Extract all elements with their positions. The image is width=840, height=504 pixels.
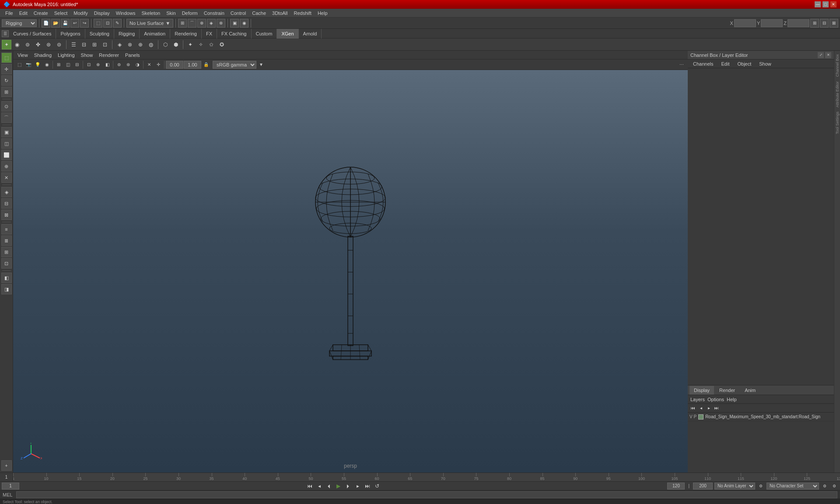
display-side-2[interactable]: ◫ xyxy=(1,138,12,149)
rigging-preset-select[interactable]: Rigging xyxy=(2,19,37,27)
display-side-3[interactable]: ⬜ xyxy=(1,150,12,160)
vp-hud-btn[interactable]: ◧ xyxy=(103,60,112,69)
go-to-end-button[interactable]: ⏭ xyxy=(364,482,371,490)
render-side-2[interactable]: ⊟ xyxy=(1,198,12,209)
character-set-select[interactable]: No Character Set xyxy=(766,483,819,490)
menu-3dtoall[interactable]: 3DtoAll xyxy=(270,10,290,17)
maximize-button[interactable]: □ xyxy=(822,1,829,7)
redo-button[interactable]: ↪ xyxy=(80,19,89,28)
scale-tool-side[interactable]: ⊞ xyxy=(1,87,12,97)
menu-cache[interactable]: Cache xyxy=(249,10,269,17)
render-side-3[interactable]: ⊠ xyxy=(1,210,12,220)
vp-axis-btn[interactable]: ⊕ xyxy=(94,60,102,69)
module-tab-rigging[interactable]: Rigging xyxy=(114,29,140,38)
viewport-3d[interactable]: X Y Z persp xyxy=(13,70,688,472)
render-button[interactable]: ◉ xyxy=(240,19,248,28)
module-tab-xgen[interactable]: XGen xyxy=(277,29,298,38)
move-tool-side[interactable]: ✛ xyxy=(1,64,12,74)
y-field[interactable] xyxy=(761,19,783,27)
vp-snap-edge-btn[interactable]: ✛ xyxy=(154,60,163,69)
layer-nav-end-btn[interactable]: ⏭ xyxy=(713,405,720,412)
vp-shadow-btn[interactable]: ◑ xyxy=(133,60,142,69)
next-frame-button[interactable]: ⏵ xyxy=(344,482,352,490)
menu-windows[interactable]: Windows xyxy=(113,10,138,17)
snap-surface-button[interactable]: ◈ xyxy=(207,19,216,28)
lasso-side[interactable]: ⌒ xyxy=(1,112,12,123)
xgen-icon-17[interactable]: ✦ xyxy=(186,40,195,49)
xgen-icon-4[interactable]: ✤ xyxy=(33,40,43,49)
undo-button[interactable]: ↩ xyxy=(70,19,79,28)
display-side-4[interactable]: ⊕ xyxy=(1,161,12,172)
xgen-icon-5[interactable]: ⊛ xyxy=(44,40,53,49)
xgen-icon-6[interactable]: ⊜ xyxy=(54,40,64,49)
open-scene-button[interactable]: 📂 xyxy=(51,19,60,28)
paint-tool-button[interactable]: ✎ xyxy=(113,19,122,28)
minimize-button[interactable]: — xyxy=(815,1,821,7)
menu-redshift[interactable]: Redshift xyxy=(291,10,314,17)
xgen-icon-select[interactable]: ✦ xyxy=(2,40,11,49)
bottom-opt-options[interactable]: Options xyxy=(707,397,724,402)
vp-menu-panels[interactable]: Panels xyxy=(122,52,143,58)
module-tab-fxcaching[interactable]: FX Caching xyxy=(217,29,251,38)
vp-more-btn[interactable]: ⋯ xyxy=(677,60,686,69)
layer-row-1[interactable]: V P Road_Sign_Maximum_Speed_30_mb_standa… xyxy=(688,413,834,421)
new-scene-button[interactable]: 📄 xyxy=(42,19,50,28)
vp-snap-grid-btn[interactable]: ✕ xyxy=(145,60,154,69)
bottom-side-btn[interactable]: + xyxy=(1,460,12,471)
timeline-ruler[interactable]: 5101520253035404550556065707580859095100… xyxy=(13,473,840,481)
layer-side-4[interactable]: ⊡ xyxy=(1,258,12,269)
layer-nav-next-btn[interactable]: ▸ xyxy=(705,405,712,412)
anim-layer-settings-btn[interactable]: ⚙ xyxy=(757,482,765,490)
channel-tab-object[interactable]: Object xyxy=(734,61,755,67)
menu-skin[interactable]: Skin xyxy=(164,10,178,17)
xgen-icon-13[interactable]: ⊕ xyxy=(136,40,145,49)
menu-help[interactable]: Help xyxy=(315,10,330,17)
vp-menu-lighting[interactable]: Lighting xyxy=(55,52,77,58)
menu-display[interactable]: Display xyxy=(91,10,112,17)
channel-tab-channels[interactable]: Channels xyxy=(690,61,717,67)
attr-strip-channel-box[interactable]: Channel Box xyxy=(835,52,840,79)
attr-strip-attribute-editor[interactable]: Attribute Editor xyxy=(835,80,840,109)
next-key-button[interactable]: ▸ xyxy=(354,482,362,490)
vp-val2-field[interactable] xyxy=(184,61,201,69)
select-tool-button[interactable]: ⬚ xyxy=(94,19,102,28)
x-field[interactable] xyxy=(734,19,756,27)
gamma-select[interactable]: sRGB gamma xyxy=(213,61,256,69)
menu-skeleton[interactable]: Skeleton xyxy=(139,10,163,17)
xgen-icon-18[interactable]: ✧ xyxy=(196,40,206,49)
close-button[interactable]: ✕ xyxy=(830,1,836,7)
attr-strip-tool-settings[interactable]: Tool Settings xyxy=(835,110,840,136)
layer-nav-back-btn[interactable]: ⏮ xyxy=(690,405,696,412)
layout-button-2[interactable]: ⊟ xyxy=(820,19,829,28)
vp-wireframe-btn[interactable]: ⊞ xyxy=(54,60,63,69)
xgen-icon-11[interactable]: ◈ xyxy=(115,40,124,49)
vp-grid-btn[interactable]: ⊡ xyxy=(84,60,93,69)
layout-button-1[interactable]: ⊞ xyxy=(810,19,819,28)
go-to-start-button[interactable]: ⏮ xyxy=(306,482,314,490)
vp-menu-view[interactable]: View xyxy=(15,52,31,58)
xgen-icon-19[interactable]: ✩ xyxy=(206,40,216,49)
vp-lock-btn[interactable]: 🔒 xyxy=(202,60,210,69)
module-tab-sculpting[interactable]: Sculpting xyxy=(85,29,114,38)
vp-light-btn[interactable]: 💡 xyxy=(33,60,42,69)
layer-side-1[interactable]: ≡ xyxy=(1,224,12,234)
loop-button[interactable]: ↺ xyxy=(373,482,381,490)
menu-modify[interactable]: Modify xyxy=(71,10,90,17)
layer-side-2[interactable]: ≣ xyxy=(1,235,12,246)
command-input[interactable] xyxy=(16,491,837,498)
snap-point-button[interactable]: ⊕ xyxy=(197,19,206,28)
xgen-icon-10[interactable]: ⊡ xyxy=(100,40,110,49)
bottom-tab-display[interactable]: Display xyxy=(690,386,714,395)
xgen-icon-12[interactable]: ⊗ xyxy=(125,40,135,49)
menu-deform[interactable]: Deform xyxy=(179,10,200,17)
vp-xray-btn[interactable]: ⊛ xyxy=(124,60,133,69)
channel-box-close-button[interactable]: ✕ xyxy=(825,52,831,58)
vp-val1-field[interactable] xyxy=(166,61,183,69)
extra-side-2[interactable]: ◨ xyxy=(1,284,12,294)
vp-menu-shading[interactable]: Shading xyxy=(32,52,54,58)
lasso-tool-button[interactable]: ⊡ xyxy=(103,19,112,28)
layout-button-3[interactable]: ⊠ xyxy=(830,19,838,28)
save-scene-button[interactable]: 💾 xyxy=(61,19,70,28)
display-side-1[interactable]: ▣ xyxy=(1,127,12,137)
vp-render-btn[interactable]: ◉ xyxy=(42,60,51,69)
